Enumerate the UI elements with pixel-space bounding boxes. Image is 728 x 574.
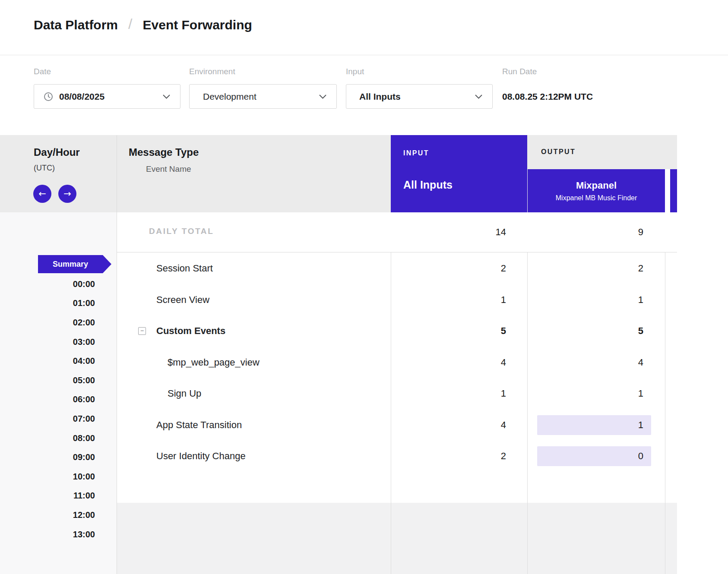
environment-select[interactable]: Development	[189, 84, 337, 109]
event-name-cell: App State Transition	[117, 419, 391, 431]
hours-list: 00:0001:0002:0003:0004:0005:0006:0007:00…	[0, 274, 95, 544]
event-row: App State Transition 4 1	[117, 410, 677, 441]
event-name-cell: − Custom Events	[117, 325, 391, 337]
output-column-header-mixpanel[interactable]: Mixpanel Mixpanel MB Music Finder	[528, 169, 665, 212]
hour-item[interactable]: 06:00	[0, 390, 95, 410]
arrow-right-icon: →	[63, 189, 71, 199]
hour-item[interactable]: 08:00	[0, 429, 95, 448]
date-select[interactable]: 08/08/2025	[34, 84, 180, 109]
event-name: App State Transition	[156, 419, 242, 431]
event-input-cell: 1	[391, 294, 527, 306]
output-value: 2	[638, 263, 643, 274]
chevron-down-icon	[163, 95, 170, 99]
event-row: $mp_web_page_view 4 4	[117, 347, 677, 378]
hour-item[interactable]: 02:00	[0, 313, 95, 332]
hour-item[interactable]: 12:00	[0, 505, 95, 525]
event-row: Session Start 2 2	[117, 253, 677, 284]
clock-icon	[44, 92, 53, 101]
hour-item[interactable]: 03:00	[0, 332, 95, 352]
date-select-value: 08/08/2025	[59, 91, 104, 102]
column-gap	[665, 169, 670, 212]
output-value: 1	[537, 415, 651, 435]
event-input-cell: 4	[391, 419, 527, 431]
input-value: 4	[501, 357, 506, 368]
input-value: 5	[501, 325, 506, 337]
event-name: Sign Up	[168, 388, 201, 399]
input-column-title: All Inputs	[403, 179, 453, 191]
hour-item[interactable]: 04:00	[0, 351, 95, 371]
event-rows: Session Start 2 2 Screen View 1 1 − Cust…	[117, 253, 677, 472]
event-row: User Identity Change 2 0	[117, 441, 677, 472]
event-name-cell: Sign Up	[117, 388, 391, 399]
date-filter-label: Date	[34, 67, 51, 76]
input-value: 1	[501, 294, 506, 306]
event-forwarding-page: Data Platform / Event Forwarding Date En…	[0, 0, 728, 574]
hour-item[interactable]: 09:00	[0, 448, 95, 467]
run-date-label: Run Date	[502, 67, 537, 76]
event-output-cell: 1	[527, 294, 665, 306]
summary-badge[interactable]: Summary	[38, 255, 103, 273]
event-row: Screen View 1 1	[117, 284, 677, 316]
breadcrumb: Data Platform / Event Forwarding	[34, 16, 252, 33]
output-value: 4	[638, 357, 643, 368]
environment-filter-label: Environment	[189, 67, 235, 76]
event-name: User Identity Change	[156, 451, 246, 462]
event-input-cell: 1	[391, 388, 527, 399]
page-title: Event Forwarding	[143, 18, 252, 32]
event-output-cell: 4	[527, 357, 665, 368]
input-column-label: INPUT	[403, 149, 429, 157]
table-footer-band	[117, 503, 677, 574]
event-row: Sign Up 1 1	[117, 378, 677, 410]
event-name-cell: User Identity Change	[117, 451, 391, 462]
hour-item[interactable]: 13:00	[0, 525, 95, 544]
output-value: 5	[638, 325, 643, 337]
input-select-value: All Inputs	[359, 91, 401, 102]
chevron-down-icon	[319, 95, 326, 99]
input-value: 2	[501, 263, 506, 274]
breadcrumb-separator-icon: /	[128, 16, 132, 32]
output-section-label: OUTPUT	[541, 148, 576, 156]
output-column-subtitle: Mixpanel MB Music Finder	[556, 194, 637, 202]
event-input-cell: 5	[391, 325, 527, 337]
hour-item[interactable]: 00:00	[0, 274, 95, 294]
breadcrumb-data-platform[interactable]: Data Platform	[34, 18, 118, 32]
event-output-cell: 2	[527, 263, 665, 274]
input-value: 4	[501, 419, 506, 431]
event-name: Session Start	[156, 263, 213, 274]
event-output-cell: 5	[527, 325, 665, 337]
chevron-down-icon	[475, 95, 482, 99]
hour-item[interactable]: 05:00	[0, 371, 95, 390]
input-select[interactable]: All Inputs	[346, 84, 493, 109]
day-hour-title: Day/Hour	[34, 146, 80, 158]
event-name-cell: Session Start	[117, 263, 391, 274]
event-name-cell: Screen View	[117, 294, 391, 306]
event-input-cell: 2	[391, 451, 527, 462]
collapse-icon[interactable]: −	[138, 327, 146, 335]
event-input-cell: 2	[391, 263, 527, 274]
hour-item[interactable]: 10:00	[0, 467, 95, 486]
day-hour-subtitle: (UTC)	[34, 164, 55, 173]
hour-item[interactable]: 01:00	[0, 294, 95, 313]
message-type-title: Message Type	[129, 146, 199, 158]
output-value: 1	[638, 294, 643, 306]
event-name-subtitle: Event Name	[146, 164, 191, 174]
hour-item[interactable]: 07:00	[0, 409, 95, 429]
environment-select-value: Development	[203, 91, 256, 102]
event-name-cell: $mp_web_page_view	[117, 357, 391, 368]
input-filter-label: Input	[346, 67, 364, 76]
top-bar: Data Platform / Event Forwarding	[0, 0, 728, 55]
daily-total-label: DAILY TOTAL	[149, 227, 214, 236]
output-value: 1	[638, 388, 643, 399]
hour-item[interactable]: 11:00	[0, 486, 95, 506]
previous-day-button[interactable]: ←	[33, 185, 51, 203]
event-name: $mp_web_page_view	[168, 357, 260, 368]
next-day-button[interactable]: →	[58, 185, 76, 203]
input-value: 2	[501, 451, 506, 462]
daily-total-output-value: 9	[638, 212, 643, 252]
event-output-cell: 0	[527, 446, 665, 466]
output-column-title: Mixpanel	[576, 180, 617, 191]
arrow-left-icon: ←	[38, 189, 46, 199]
event-name: Custom Events	[156, 325, 225, 337]
input-value: 1	[501, 388, 506, 399]
daily-total-input-value: 14	[496, 212, 506, 252]
